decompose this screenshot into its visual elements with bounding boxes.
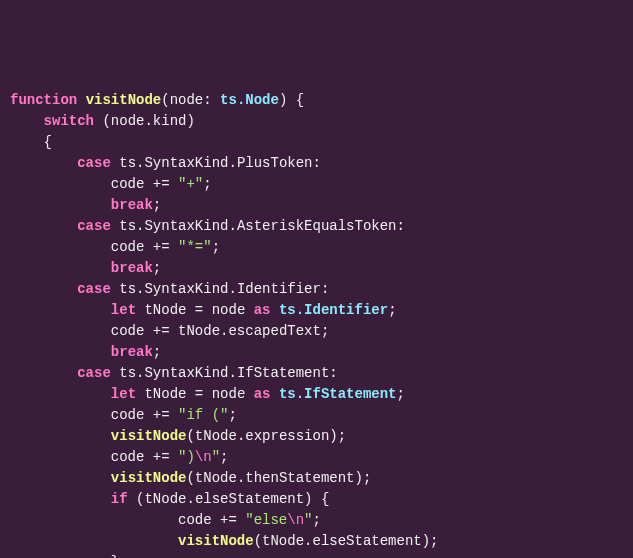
code-token-plain: ts xyxy=(111,365,136,381)
code-token-punc: ) { xyxy=(304,491,329,507)
code-token-plain: code xyxy=(10,512,220,528)
code-token-punc: . xyxy=(228,218,236,234)
code-token-type: ts.Node xyxy=(220,92,279,108)
code-token-plain: node xyxy=(170,92,204,108)
code-token-kw: case xyxy=(77,218,111,234)
code-token-punc: ; xyxy=(153,260,161,276)
code-token-punc: += xyxy=(153,323,178,339)
code-token-plain xyxy=(10,428,111,444)
code-token-kw: let xyxy=(111,386,136,402)
code-token-plain xyxy=(10,386,111,402)
code-token-plain xyxy=(77,92,85,108)
code-token-punc: ); xyxy=(422,533,439,549)
code-token-plain: code xyxy=(10,176,153,192)
code-token-plain xyxy=(10,554,111,558)
code-token-type: ts.Identifier xyxy=(279,302,388,318)
code-token-plain xyxy=(10,281,77,297)
code-token-punc: . xyxy=(186,491,194,507)
code-token-plain: AsteriskEqualsToken xyxy=(237,218,397,234)
code-token-plain xyxy=(10,365,77,381)
code-token-punc: { xyxy=(44,134,52,150)
code-token-kw: break xyxy=(111,197,153,213)
code-token-plain: tNode xyxy=(136,386,195,402)
code-token-str: "if (" xyxy=(178,407,228,423)
code-token-plain: PlusToken xyxy=(237,155,313,171)
code-token-punc: ( xyxy=(161,92,169,108)
code-token-str: "else xyxy=(245,512,287,528)
code-token-punc: . xyxy=(228,155,236,171)
code-token-kw: if xyxy=(111,491,128,507)
code-token-punc: : xyxy=(397,218,405,234)
code-token-plain xyxy=(271,302,279,318)
code-token-punc: ); xyxy=(329,428,346,444)
code-token-plain xyxy=(10,113,44,129)
code-token-str: " xyxy=(304,512,312,528)
code-token-plain: node xyxy=(212,302,254,318)
code-token-plain xyxy=(10,491,111,507)
code-token-punc: = xyxy=(195,302,212,318)
code-token-fn: visitNode xyxy=(178,533,254,549)
code-token-fn: visitNode xyxy=(86,92,162,108)
code-token-plain: code xyxy=(10,323,153,339)
code-token-plain: SyntaxKind xyxy=(144,281,228,297)
code-token-punc: ; xyxy=(153,197,161,213)
code-token-plain: tNode xyxy=(262,533,304,549)
code-token-plain: Identifier xyxy=(237,281,321,297)
code-token-punc: ; xyxy=(397,386,405,402)
code-token-type: ts.IfStatement xyxy=(279,386,397,402)
code-token-punc: ; xyxy=(203,176,211,192)
code-token-plain xyxy=(128,491,136,507)
code-token-punc: ; xyxy=(228,407,236,423)
code-token-plain xyxy=(10,218,77,234)
code-token-punc: : xyxy=(329,365,337,381)
code-token-punc: ) xyxy=(186,113,194,129)
code-token-plain: SyntaxKind xyxy=(144,218,228,234)
code-token-str: ") xyxy=(178,449,195,465)
code-token-kw: break xyxy=(111,260,153,276)
code-token-plain: ts xyxy=(111,155,136,171)
code-token-punc: ( xyxy=(186,470,194,486)
code-token-plain: escapedText xyxy=(228,323,320,339)
code-token-plain: code xyxy=(10,407,153,423)
code-token-plain: expression xyxy=(245,428,329,444)
code-token-punc: ); xyxy=(355,470,372,486)
code-token-str: "*=" xyxy=(178,239,212,255)
code-token-plain: node xyxy=(212,386,254,402)
code-token-kw: function xyxy=(10,92,77,108)
code-token-punc: ; xyxy=(220,449,228,465)
code-token-kw: break xyxy=(111,344,153,360)
code-token-punc: . xyxy=(228,281,236,297)
code-token-plain: node xyxy=(111,113,145,129)
code-token-plain: IfStatement xyxy=(237,365,329,381)
code-token-punc: ( xyxy=(102,113,110,129)
code-token-str: "+" xyxy=(178,176,203,192)
code-token-punc: : xyxy=(203,92,220,108)
code-token-kw: let xyxy=(111,302,136,318)
code-token-punc: += xyxy=(153,449,178,465)
code-token-plain xyxy=(10,155,77,171)
code-token-plain xyxy=(10,302,111,318)
code-token-kw: switch xyxy=(44,113,94,129)
code-token-kw: as xyxy=(254,302,271,318)
code-token-punc: += xyxy=(153,176,178,192)
code-token-plain: SyntaxKind xyxy=(144,155,228,171)
code-token-kw: case xyxy=(77,281,111,297)
code-token-punc: . xyxy=(228,365,236,381)
code-token-str: " xyxy=(212,449,220,465)
code-token-plain xyxy=(10,533,178,549)
code-token-fn: visitNode xyxy=(111,470,187,486)
code-token-punc: += xyxy=(220,512,245,528)
code-token-kw: case xyxy=(77,155,111,171)
code-token-plain xyxy=(10,344,111,360)
code-token-plain: tNode xyxy=(178,323,220,339)
code-token-kw: as xyxy=(254,386,271,402)
code-token-punc: : xyxy=(321,281,329,297)
code-token-plain: code xyxy=(10,239,153,255)
code-token-plain xyxy=(10,470,111,486)
code-token-plain xyxy=(271,386,279,402)
code-token-kw: case xyxy=(77,365,111,381)
code-token-plain: tNode xyxy=(136,302,195,318)
code-token-plain: ts xyxy=(111,218,136,234)
code-token-plain: SyntaxKind xyxy=(144,365,228,381)
code-token-punc: += xyxy=(153,239,178,255)
